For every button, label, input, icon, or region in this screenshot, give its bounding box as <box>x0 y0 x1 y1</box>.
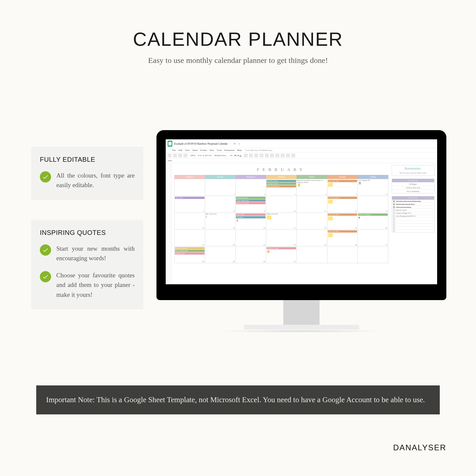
day-cell[interactable]: After Work7 <box>174 196 205 212</box>
day-cell[interactable]: 27 <box>358 230 388 246</box>
event-tag[interactable]: Gym After Work <box>328 213 357 216</box>
day-cell[interactable] <box>327 246 358 263</box>
day-cell[interactable]: 2 <box>236 179 266 196</box>
checkbox[interactable] <box>393 212 395 214</box>
star-icon[interactable]: ☆ <box>230 142 232 145</box>
functions-icon[interactable] <box>291 154 295 157</box>
day-cell[interactable]: 23 <box>236 230 266 246</box>
day-cell[interactable]: Content CreationPhoto Editing 3pmBirthda… <box>174 246 205 263</box>
border-icon[interactable] <box>249 154 253 157</box>
day-cell[interactable]: 10 <box>266 196 297 212</box>
day-cell[interactable]: TBC with Client?15 <box>205 213 236 229</box>
toolbar[interactable]: 100% $ % .0 .00 123 Default (Ari... 10 B… <box>166 152 437 159</box>
event-tag[interactable]: Brainstorming Marketing Strategies for D… <box>297 180 327 183</box>
wrap-icon[interactable] <box>265 154 269 157</box>
menu-data[interactable]: Data <box>210 149 214 152</box>
day-cell[interactable]: 30 <box>236 246 266 263</box>
todo-item[interactable]: Brainstorm Content Ideas <box>392 203 434 206</box>
link-icon[interactable] <box>270 154 274 157</box>
event-tag[interactable]: Dinner w/ Friends <box>236 202 266 204</box>
day-cell[interactable]: Content CreationPhoto Editing 3pmDinner … <box>236 196 266 212</box>
comment-icon[interactable] <box>275 154 279 157</box>
day-cell[interactable]: After WorkCall Mom⬇16 <box>236 213 266 229</box>
merge-icon[interactable] <box>254 154 258 157</box>
day-cell[interactable]: 13 <box>358 196 388 212</box>
checkbox[interactable] <box>393 215 395 217</box>
event-tag[interactable]: Meeting with Jo <box>266 180 296 182</box>
event-tag[interactable]: Photo Editing 3pm <box>236 199 266 202</box>
undo-icon[interactable] <box>168 154 172 157</box>
day-cell[interactable] <box>358 246 388 263</box>
day-cell[interactable]: Gym After Work12 <box>327 196 358 212</box>
checkbox[interactable] <box>393 209 395 211</box>
paint-icon[interactable] <box>183 154 187 157</box>
event-tag[interactable]: Photo Editing 3pm <box>266 185 296 187</box>
fill-icon[interactable] <box>244 154 248 157</box>
cloud-icon[interactable]: ☁ <box>238 142 240 145</box>
checkbox[interactable] <box>393 206 395 208</box>
menu-help[interactable]: Help <box>237 149 242 152</box>
checkbox[interactable] <box>393 230 395 232</box>
day-cell[interactable]: Meeting with JoContent CreationPhoto Edi… <box>266 179 297 196</box>
day-cell[interactable]: Gym After Work19 <box>327 213 358 229</box>
day-cell[interactable]: 18 <box>297 213 327 229</box>
day-cell[interactable]: Monthly Closing🎂31 <box>266 246 297 263</box>
checkbox[interactable] <box>393 221 395 223</box>
menu-bar[interactable]: File Edit View Insert Format Data Tools … <box>166 148 437 152</box>
checkbox[interactable] <box>393 224 395 226</box>
todo-item[interactable]: Valentine's Day Gym Membership <box>392 200 434 203</box>
day-cell[interactable]: Brainstorming Marketing Strategies for D… <box>297 179 327 196</box>
filter-icon[interactable] <box>286 154 290 157</box>
day-cell[interactable]: Travel to Malaysia✈20 <box>358 213 388 229</box>
goal-item[interactable]: Be Happy <box>392 182 434 186</box>
menu-extensions[interactable]: Extensions <box>224 149 235 152</box>
row-numbers[interactable] <box>166 163 172 284</box>
goal-item[interactable]: Workout after work <box>392 186 434 189</box>
todo-item[interactable]: Check-in Flight 15/2 <box>392 211 434 214</box>
checkbox[interactable] <box>393 218 395 220</box>
checkbox[interactable] <box>393 203 395 205</box>
todo-item[interactable]: Cafe Hopping with BF 6/2 <box>392 214 434 217</box>
menu-file[interactable]: File <box>172 149 176 152</box>
menu-tools[interactable]: Tools <box>217 149 222 152</box>
todo-item[interactable] <box>392 220 434 223</box>
todo-item[interactable] <box>392 217 434 220</box>
event-tag[interactable]: Gym After Work <box>328 197 357 199</box>
chart-icon[interactable] <box>281 154 285 157</box>
day-cell[interactable]: 25 <box>297 230 327 246</box>
day-cell[interactable]: 29 <box>205 246 236 263</box>
day-cell[interactable]: 22 <box>205 230 236 246</box>
goal-item[interactable]: Post Consistently <box>392 189 434 193</box>
day-cell[interactable]: RMB to Pay Bill17 <box>266 213 297 229</box>
event-tag[interactable]: Monthly Closing <box>266 247 296 249</box>
todo-item[interactable] <box>392 226 434 229</box>
day-cell[interactable] <box>174 179 205 196</box>
event-tag[interactable]: Photo Editing 3pm <box>175 250 205 252</box>
last-edit[interactable]: Last edit was 14 minutes ago <box>246 149 272 152</box>
event-tag[interactable]: RMB to Pay Bill <box>266 213 296 215</box>
day-cell[interactable]: 21 <box>174 230 205 246</box>
event-tag[interactable]: After Work <box>175 197 205 199</box>
folder-icon[interactable]: ▣ <box>234 142 236 145</box>
menu-edit[interactable]: Edit <box>179 149 182 152</box>
todo-item[interactable] <box>392 223 434 226</box>
day-cell[interactable]: 11 <box>297 196 327 212</box>
day-cell[interactable]: 24 <box>266 230 297 246</box>
day-cell[interactable] <box>297 246 327 263</box>
day-cell[interactable]: Gym After Work5 <box>327 179 358 196</box>
checkbox[interactable] <box>393 227 395 229</box>
event-tag[interactable]: Gym After Work <box>328 230 357 233</box>
event-tag[interactable]: Call Mom <box>236 216 266 218</box>
event-tag[interactable]: Birthday Call <box>175 252 205 255</box>
event-tag[interactable]: After Work <box>236 213 266 216</box>
checkbox[interactable] <box>393 200 395 202</box>
todo-item[interactable]: Plan for Travel <box>392 209 434 211</box>
menu-view[interactable]: View <box>185 149 190 152</box>
todo-item[interactable]: Write up Assessment <box>392 206 434 209</box>
event-tag[interactable]: Content Creation <box>236 197 266 199</box>
doc-title[interactable]: Example of D018-03-Rainbow Perpetual Cal… <box>174 142 228 145</box>
quote-text[interactable]: Be the reason someone smiles today! <box>392 171 434 176</box>
day-cell[interactable]: Cafe Hopping ☕☕6 <box>358 179 388 196</box>
event-tag[interactable]: Content Creation <box>266 182 296 185</box>
event-tag[interactable]: TBC with Client <box>206 213 235 215</box>
